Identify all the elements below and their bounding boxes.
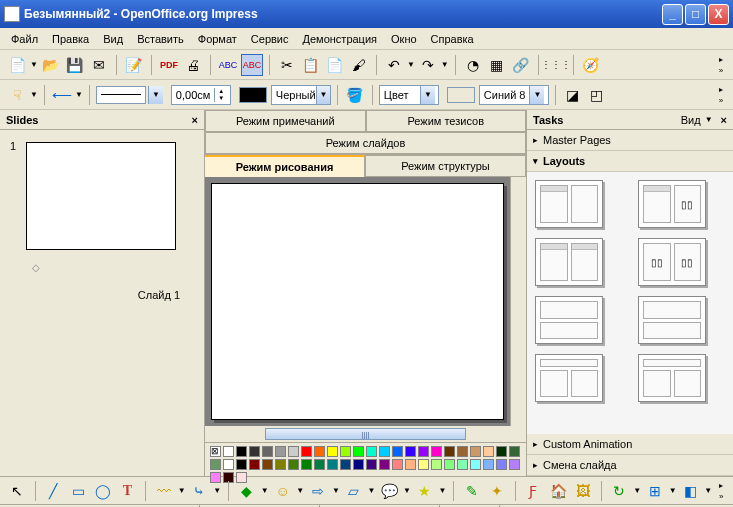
menu-window[interactable]: Окно bbox=[384, 31, 424, 47]
section-custom-animation[interactable]: ▸ Custom Animation bbox=[527, 434, 733, 455]
color-swatch[interactable] bbox=[509, 459, 520, 470]
pdf-icon[interactable]: PDF bbox=[158, 54, 180, 76]
section-layouts[interactable]: ▾ Layouts bbox=[527, 151, 733, 172]
color-swatch[interactable] bbox=[301, 446, 312, 457]
arrow-style-icon[interactable]: ⟵ bbox=[51, 84, 73, 106]
color-swatch[interactable] bbox=[288, 446, 299, 457]
layout-item[interactable] bbox=[638, 296, 706, 344]
tab-handout[interactable]: Режим тезисов bbox=[366, 110, 527, 132]
block-arrows-icon[interactable]: ⇨ bbox=[307, 480, 329, 502]
tasks-view-label[interactable]: Вид bbox=[681, 114, 701, 126]
toolbar2-expand-icon[interactable]: ▸» bbox=[715, 84, 727, 106]
connector-icon[interactable]: ⤷ bbox=[189, 480, 211, 502]
shadow-icon[interactable]: ◪ bbox=[562, 84, 584, 106]
email-icon[interactable]: ✉ bbox=[88, 54, 110, 76]
menu-view[interactable]: Вид bbox=[96, 31, 130, 47]
gallery-icon[interactable]: 🖼 bbox=[572, 480, 594, 502]
color-swatch[interactable] bbox=[275, 459, 286, 470]
color-swatch[interactable] bbox=[405, 459, 416, 470]
color-swatch[interactable] bbox=[418, 459, 429, 470]
arrange-dd-icon[interactable]: ▼ bbox=[704, 486, 712, 495]
color-swatch[interactable] bbox=[262, 446, 273, 457]
navigator-icon[interactable]: 🧭 bbox=[580, 54, 602, 76]
spin-up-icon[interactable]: ▲ bbox=[215, 88, 227, 95]
color-swatch[interactable] bbox=[223, 446, 234, 457]
color-swatch[interactable] bbox=[236, 446, 247, 457]
pointer-icon[interactable]: ☟ bbox=[6, 84, 28, 106]
menu-format[interactable]: Формат bbox=[191, 31, 244, 47]
line-width-input[interactable]: 0,00см ▲ ▼ bbox=[171, 85, 231, 105]
callout-icon[interactable]: 💬 bbox=[378, 480, 400, 502]
select-icon[interactable]: ↖ bbox=[6, 480, 28, 502]
tasks-panel-close-icon[interactable]: × bbox=[721, 114, 727, 126]
new-icon[interactable]: 📄 bbox=[6, 54, 28, 76]
color-swatch[interactable] bbox=[457, 459, 468, 470]
color-swatch[interactable] bbox=[444, 446, 455, 457]
color-swatch[interactable] bbox=[392, 446, 403, 457]
flowchart-icon[interactable]: ▱ bbox=[343, 480, 365, 502]
open-icon[interactable]: 📂 bbox=[40, 54, 62, 76]
color-swatch[interactable] bbox=[210, 459, 221, 470]
fill-color-dd-icon[interactable]: ▼ bbox=[529, 86, 544, 104]
drawbar-expand-icon[interactable]: ▸» bbox=[715, 480, 727, 502]
align-icon[interactable]: ⊞ bbox=[644, 480, 666, 502]
layout-item[interactable] bbox=[535, 238, 603, 286]
slide-thumbnail[interactable] bbox=[26, 142, 176, 250]
symbol-dd-icon[interactable]: ▼ bbox=[296, 486, 304, 495]
color-swatch[interactable] bbox=[379, 459, 390, 470]
connector-dd-icon[interactable]: ▼ bbox=[213, 486, 221, 495]
color-swatch[interactable] bbox=[340, 459, 351, 470]
tab-drawing[interactable]: Режим рисования bbox=[205, 155, 365, 177]
ellipse-icon[interactable]: ◯ bbox=[92, 480, 114, 502]
color-swatch[interactable] bbox=[249, 446, 260, 457]
color-swatch[interactable] bbox=[470, 459, 481, 470]
color-swatch[interactable] bbox=[496, 446, 507, 457]
color-swatch[interactable] bbox=[392, 459, 403, 470]
menu-edit[interactable]: Правка bbox=[45, 31, 96, 47]
format-paintbrush-icon[interactable]: 🖌 bbox=[348, 54, 370, 76]
color-swatch[interactable] bbox=[340, 446, 351, 457]
color-swatch[interactable] bbox=[353, 446, 364, 457]
color-swatch[interactable] bbox=[470, 446, 481, 457]
layout-item[interactable] bbox=[535, 180, 603, 228]
layout-item[interactable] bbox=[535, 296, 603, 344]
color-swatch[interactable] bbox=[496, 459, 507, 470]
layout-item[interactable] bbox=[638, 354, 706, 402]
save-icon[interactable]: 💾 bbox=[64, 54, 86, 76]
rotate-dd-icon[interactable]: ▼ bbox=[633, 486, 641, 495]
grid-icon[interactable]: ⋮⋮⋮ bbox=[545, 54, 567, 76]
color-swatch[interactable] bbox=[223, 459, 234, 470]
line-icon[interactable]: ╱ bbox=[43, 480, 65, 502]
paste-icon[interactable]: 📄 bbox=[324, 54, 346, 76]
menu-file[interactable]: Файл bbox=[4, 31, 45, 47]
arrange-icon[interactable]: ◧ bbox=[680, 480, 702, 502]
edit-doc-icon[interactable]: 📝 bbox=[123, 54, 145, 76]
fill-bucket-icon[interactable]: 🪣 bbox=[344, 84, 366, 106]
auto-spellcheck-icon[interactable]: ABC bbox=[241, 54, 263, 76]
copy-icon[interactable]: 📋 bbox=[300, 54, 322, 76]
redo-icon[interactable]: ↷ bbox=[417, 54, 439, 76]
points-icon[interactable]: ✎ bbox=[461, 480, 483, 502]
color-swatch[interactable] bbox=[366, 446, 377, 457]
color-swatch[interactable] bbox=[431, 459, 442, 470]
color-swatch[interactable] bbox=[483, 459, 494, 470]
toolbar-expand-icon[interactable]: ▸» bbox=[715, 54, 727, 76]
from-file-icon[interactable]: 🏠 bbox=[547, 480, 569, 502]
tasks-view-dd-icon[interactable]: ▼ bbox=[705, 115, 713, 124]
slides-panel-close-icon[interactable]: × bbox=[192, 114, 198, 126]
glue-icon[interactable]: ✦ bbox=[486, 480, 508, 502]
color-swatch[interactable] bbox=[301, 459, 312, 470]
slide-canvas[interactable] bbox=[211, 183, 504, 420]
line-style-selector[interactable] bbox=[96, 86, 146, 104]
vertical-scrollbar[interactable] bbox=[510, 177, 526, 426]
undo-dropdown-icon[interactable]: ▼ bbox=[407, 60, 415, 69]
shapes-dd-icon[interactable]: ▼ bbox=[261, 486, 269, 495]
fill-type-selector[interactable]: Цвет ▼ bbox=[379, 85, 439, 105]
fontwork-icon[interactable]: Ƒ bbox=[523, 480, 545, 502]
layout-item[interactable]: ▯▯▯▯ bbox=[638, 238, 706, 286]
fill-color-selector[interactable]: Синий 8 ▼ bbox=[479, 85, 549, 105]
stars-dd-icon[interactable]: ▼ bbox=[439, 486, 447, 495]
curve-dd-icon[interactable]: ▼ bbox=[178, 486, 186, 495]
callout-dd-icon[interactable]: ▼ bbox=[403, 486, 411, 495]
align-dd-icon[interactable]: ▼ bbox=[669, 486, 677, 495]
